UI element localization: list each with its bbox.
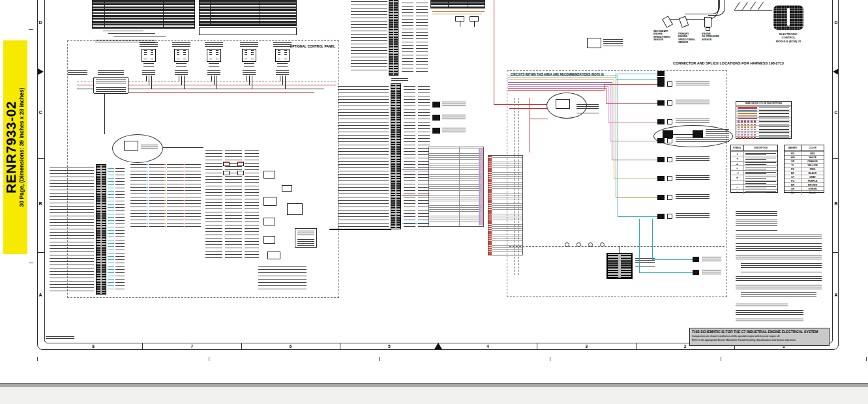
component xyxy=(263,236,275,244)
wire xyxy=(432,11,485,12)
balloon-label xyxy=(576,104,599,113)
wire-codes xyxy=(404,86,415,228)
grid-zone-letter: C xyxy=(833,110,839,115)
color-abbrev: GY xyxy=(785,175,801,179)
grid-zone-number: 6 xyxy=(242,343,340,350)
grid-zone-letter: D xyxy=(833,20,839,25)
wire-codes xyxy=(416,3,428,72)
color-name: GREEN xyxy=(801,187,824,190)
wire xyxy=(509,108,547,109)
callout-line xyxy=(103,31,143,31)
panel-bus-wire xyxy=(77,89,93,89)
connector xyxy=(657,71,665,76)
panel-bus-wire xyxy=(77,85,93,85)
wire xyxy=(734,10,772,11)
wire-labels xyxy=(149,164,164,227)
symbol-glyph: ▪ xyxy=(731,190,744,194)
wire-group-row xyxy=(736,136,791,139)
sensor-label: ENGINE OIL PRESSURE SENSOR xyxy=(702,33,724,41)
symbol-description-lines xyxy=(744,185,777,189)
abbrev-row: PU PURPLE xyxy=(785,179,824,182)
abbrev-rows: RD RED WH WHITE OR ORANGE YL xyxy=(785,151,824,195)
wire-group-description-line xyxy=(759,110,789,111)
grid-zone-number: 4 xyxy=(439,343,537,350)
fine-print xyxy=(46,336,74,339)
title-block-heading: THIS SCHEMATIC IS FOR THE C7 INDUSTRIAL … xyxy=(692,330,827,334)
relay-module xyxy=(295,228,317,248)
wire-labels xyxy=(185,164,201,227)
symbol-legend-table: SYMBOL DESCRIPTION + + ⊥ xyxy=(730,145,778,193)
wire-group-description-line xyxy=(759,132,789,133)
symbol-header: SYMBOL xyxy=(731,145,744,151)
symbol-row: ⊣ xyxy=(731,170,777,175)
balloon-connector xyxy=(124,141,138,151)
abbrev-row: GY GRAY xyxy=(785,175,824,179)
ecm-pinout-strip-bottom xyxy=(391,83,401,229)
wire-color-swatch xyxy=(738,113,757,114)
connector xyxy=(693,130,703,138)
wire-labels xyxy=(205,150,222,258)
wire-group-description-line xyxy=(759,124,789,124)
connector xyxy=(663,130,673,138)
panel-bus-wire xyxy=(128,89,324,89)
abbrev-row: YL YELLOW xyxy=(785,163,824,167)
document-id-label: RENR7933-02 xyxy=(3,40,18,254)
document-dimensions-label: 30 Page, (Dimensions: 39 inches x 28 inc… xyxy=(18,40,25,254)
wire xyxy=(652,259,693,260)
wire-labels xyxy=(258,266,307,292)
callout-line xyxy=(108,33,155,34)
color-abbrev: BU xyxy=(785,191,801,194)
color-name: WHITE xyxy=(801,156,824,159)
component-table xyxy=(92,0,195,29)
wire xyxy=(329,229,391,230)
symbol-glyph: → xyxy=(731,180,744,184)
wire-group-description-line xyxy=(759,135,789,136)
wire xyxy=(494,0,494,104)
component-table xyxy=(199,0,297,26)
wire xyxy=(673,134,693,135)
wire xyxy=(402,175,429,175)
connector xyxy=(432,115,440,121)
grid-zone-letter: D xyxy=(37,20,44,25)
bottom-module xyxy=(606,253,633,279)
callout-line xyxy=(113,36,166,36)
abbrev-header: ABBREV xyxy=(785,145,801,151)
wire xyxy=(163,147,203,148)
symbol-row: ▪ xyxy=(731,189,777,194)
wire-group-description-line xyxy=(759,129,789,130)
color-abbrev: YL xyxy=(785,164,801,167)
wire-labels xyxy=(338,86,389,228)
table-footnote-box xyxy=(199,27,297,35)
gutter-tick xyxy=(37,252,44,253)
symbol-row: ⊥ xyxy=(731,161,777,166)
wire-labels xyxy=(130,164,146,227)
wire-labels xyxy=(245,150,259,258)
abbrev-row: PK PINK xyxy=(785,167,824,171)
ecm-connector xyxy=(773,5,803,30)
wire xyxy=(652,219,653,259)
symbol-glyph: ─ xyxy=(731,185,744,189)
symbol-row: ≡ xyxy=(731,166,777,170)
wire-color-swatch xyxy=(738,115,757,117)
wire-color-swatch xyxy=(738,118,757,119)
symbol-row: ─ xyxy=(731,184,777,189)
connector xyxy=(432,102,440,108)
symbol-glyph: ≡ xyxy=(731,166,744,170)
connector-label xyxy=(702,270,721,275)
wire-stubs xyxy=(146,164,148,227)
wire xyxy=(460,22,460,27)
symbol-row: + xyxy=(731,156,777,160)
grid-zone-number: 3 xyxy=(537,343,636,350)
panel-bus-wire xyxy=(128,85,336,85)
color-abbrev: BR xyxy=(785,183,801,186)
alignment-tick xyxy=(29,263,33,263)
connector-label xyxy=(442,128,466,134)
symbol-glyph: ⊣ xyxy=(731,171,744,175)
panel-controller-module xyxy=(93,77,128,94)
wire-color-swatch xyxy=(738,137,757,138)
color-name: BROWN xyxy=(801,183,824,186)
symbol-glyph: ● xyxy=(731,175,744,179)
symbol-description-lines xyxy=(744,171,777,175)
page-navigation-toolbar xyxy=(0,387,868,404)
wire xyxy=(432,14,482,14)
